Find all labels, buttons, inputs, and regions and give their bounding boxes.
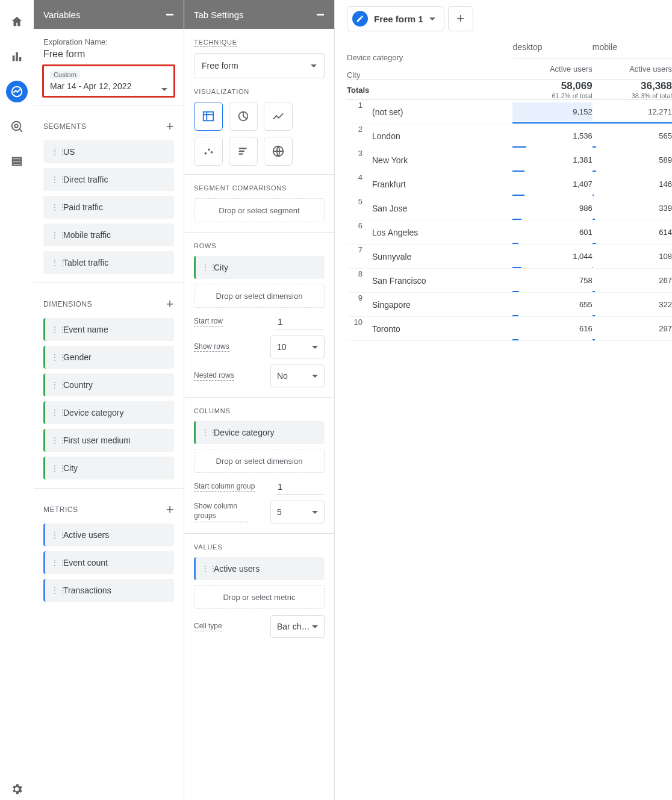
nested-rows-select[interactable]: No [270, 364, 325, 387]
row-index: 7 [347, 245, 367, 268]
row-index: 8 [347, 269, 367, 292]
chip-mobile-traffic[interactable]: Mobile traffic [43, 223, 174, 246]
start-row-input[interactable] [276, 314, 325, 330]
value-cell: 12,271 [593, 100, 672, 124]
row-city: (not set) [367, 101, 408, 123]
table-row[interactable]: 2London1,536565 [347, 124, 672, 148]
value-cell: 758 [512, 269, 592, 293]
chip-tablet-traffic[interactable]: Tablet traffic [43, 251, 174, 274]
columns-label: COLUMNS [194, 407, 231, 415]
viz-donut-icon[interactable] [229, 102, 258, 131]
viz-bar-icon[interactable] [229, 137, 258, 166]
table-row[interactable]: 5San Jose986339 [347, 196, 672, 220]
add-metric-button[interactable]: + [166, 502, 174, 517]
chip-transactions[interactable]: Transactions [43, 579, 174, 602]
exploration-name[interactable]: Free form [43, 49, 174, 60]
add-tab-button[interactable]: + [448, 6, 473, 31]
chevron-down-icon [312, 346, 318, 349]
chip-us[interactable]: US [43, 140, 174, 163]
value-cell: 655 [512, 293, 592, 317]
value-cell: 108 [593, 245, 672, 269]
report-table: Device category City desktop mobile Acti… [347, 36, 672, 341]
column-mobile[interactable]: mobile [593, 36, 672, 58]
chip-active-users[interactable]: Active users [43, 523, 174, 546]
table-row[interactable]: 6Los Angeles601614 [347, 220, 672, 245]
chevron-down-icon [429, 17, 435, 20]
chevron-down-icon [312, 375, 318, 378]
show-rows-select[interactable]: 10 [270, 336, 325, 358]
drag-handle-icon [51, 150, 58, 154]
chip-city[interactable]: City [43, 457, 174, 480]
viz-line-icon[interactable] [264, 102, 293, 131]
visualization-options [194, 102, 325, 166]
drag-handle-icon [202, 567, 209, 570]
add-dimension-button[interactable]: + [166, 296, 174, 312]
metric-header-mobile[interactable]: Active users [593, 58, 672, 80]
drag-handle-icon [51, 561, 58, 564]
value-cell: 322 [593, 293, 672, 317]
drag-handle-icon [51, 233, 58, 237]
reports-icon[interactable] [6, 46, 28, 67]
table-row[interactable]: 10Toronto616297 [347, 317, 672, 341]
exploration-name-label: Exploration Name: [43, 37, 174, 46]
cell-type-select[interactable]: Bar ch… [270, 615, 325, 638]
values-chip-active-users[interactable]: Active users [194, 557, 325, 580]
table-row[interactable]: 1(not set)9,15212,271 [347, 100, 672, 124]
values-dropzone[interactable]: Drop or select metric [194, 585, 325, 609]
row-city: Frankfurt [367, 173, 411, 196]
collapse-variables-icon[interactable]: − [166, 7, 174, 22]
show-column-groups-select[interactable]: 5 [270, 501, 325, 523]
metric-header-desktop[interactable]: Active users [512, 58, 592, 80]
value-cell: 146 [593, 172, 672, 196]
column-desktop[interactable]: desktop [512, 36, 592, 58]
drag-handle-icon [202, 431, 209, 434]
chip-first-user-medium[interactable]: First user medium [43, 429, 174, 452]
row-index: 4 [347, 173, 367, 196]
advertising-icon[interactable] [6, 116, 28, 137]
svg-point-11 [205, 152, 207, 155]
drag-handle-icon [51, 589, 58, 592]
technique-select[interactable]: Free form [194, 53, 325, 78]
segment-dropzone[interactable]: Drop or select segment [194, 198, 325, 222]
explore-icon[interactable] [6, 81, 28, 102]
chip-paid-traffic[interactable]: Paid traffic [43, 196, 174, 219]
value-cell: 589 [593, 148, 672, 172]
row-city: San Francisco [367, 269, 431, 292]
viz-table-icon[interactable] [194, 102, 223, 131]
rows-chip-city[interactable]: City [194, 256, 325, 279]
table-row[interactable]: 8San Francisco758267 [347, 269, 672, 293]
chip-gender[interactable]: Gender [43, 346, 174, 369]
variables-panel: Variables − Exploration Name: Free form … [34, 0, 184, 800]
table-row[interactable]: 3New York1,381589 [347, 148, 672, 172]
date-badge: Custom [50, 70, 80, 79]
chip-device-category[interactable]: Device category [43, 401, 174, 424]
table-row[interactable]: 9Singapore655322 [347, 293, 672, 317]
rows-dropzone[interactable]: Drop or select dimension [194, 284, 325, 308]
chip-direct-traffic[interactable]: Direct traffic [43, 168, 174, 191]
add-segment-button[interactable]: + [166, 119, 174, 134]
row-index: 5 [347, 197, 367, 220]
row-index: 3 [347, 149, 367, 172]
table-row[interactable]: 7Sunnyvale1,044108 [347, 245, 672, 269]
viz-geo-icon[interactable] [264, 137, 293, 166]
value-cell: 565 [593, 124, 672, 148]
columns-chip-device[interactable]: Device category [194, 421, 325, 444]
chevron-down-icon [312, 511, 318, 514]
configure-icon[interactable] [6, 151, 28, 172]
svg-rect-2 [19, 57, 22, 61]
collapse-tab-settings-icon[interactable]: − [316, 7, 325, 22]
tab-free-form-1[interactable]: Free form 1 [347, 6, 444, 31]
columns-dropzone[interactable]: Drop or select dimension [194, 449, 325, 473]
totals-desktop-pct: 61.2% of total [512, 92, 592, 99]
date-range-picker[interactable]: Custom Mar 14 - Apr 12, 2022 [42, 64, 175, 98]
chip-country[interactable]: Country [43, 373, 174, 396]
table-row[interactable]: 4Frankfurt1,407146 [347, 172, 672, 196]
viz-scatter-icon[interactable] [194, 137, 223, 166]
settings-gear-icon[interactable] [6, 778, 28, 800]
drag-handle-icon [51, 411, 58, 414]
start-column-group-input[interactable] [276, 479, 325, 495]
tab-label: Free form 1 [374, 14, 423, 24]
chip-event-count[interactable]: Event count [43, 551, 174, 574]
chip-event-name[interactable]: Event name [43, 318, 174, 341]
home-icon[interactable] [6, 11, 28, 33]
